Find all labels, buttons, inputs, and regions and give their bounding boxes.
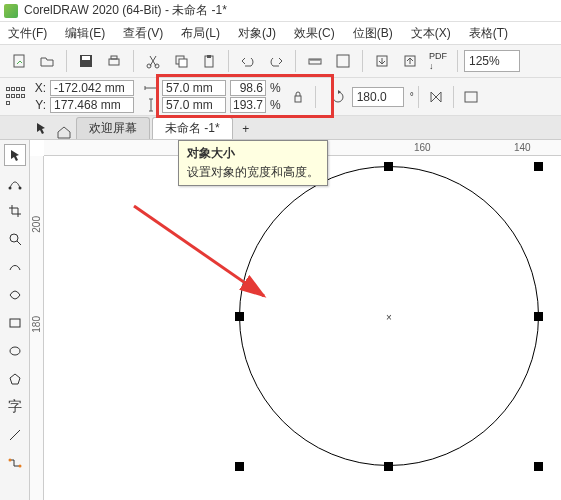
connector-tool[interactable] — [4, 452, 26, 474]
height-field[interactable]: 57.0 mm — [162, 97, 226, 113]
center-marker: × — [386, 312, 392, 323]
height-icon — [144, 98, 158, 112]
ruler-tick: 180 — [31, 316, 42, 333]
scale-block: 98.6% 193.7% — [230, 80, 281, 113]
handle-s[interactable] — [384, 462, 393, 471]
handle-ne[interactable] — [534, 162, 543, 171]
tab-welcome[interactable]: 欢迎屏幕 — [76, 117, 150, 139]
x-field[interactable]: -172.042 mm — [50, 80, 134, 96]
save-button[interactable] — [73, 48, 99, 74]
svg-point-19 — [10, 234, 18, 242]
rectangle-tool[interactable] — [4, 312, 26, 334]
pick-tool[interactable] — [4, 144, 26, 166]
svg-point-23 — [18, 465, 21, 468]
width-icon — [144, 83, 158, 93]
paste-button[interactable] — [196, 48, 222, 74]
scale-h-field[interactable]: 193.7 — [230, 97, 266, 113]
freehand-tool[interactable] — [4, 256, 26, 278]
ruler-tick: 140 — [514, 142, 531, 153]
grid-icon[interactable] — [330, 48, 356, 74]
svg-point-17 — [8, 187, 11, 190]
toolbox: 字 — [0, 140, 30, 500]
wrap-button[interactable] — [458, 84, 484, 110]
handle-sw[interactable] — [235, 462, 244, 471]
ruler-vertical: 200 180 — [30, 156, 44, 500]
tab-add[interactable]: + — [235, 119, 257, 139]
pct-label: % — [270, 81, 281, 95]
new-button[interactable] — [6, 48, 32, 74]
pick-tool-tab[interactable] — [30, 117, 52, 139]
title-bar: CorelDRAW 2020 (64-Bit) - 未命名 -1* — [0, 0, 561, 22]
menu-table[interactable]: 表格(T) — [469, 25, 508, 42]
menu-bitmap[interactable]: 位图(B) — [353, 25, 393, 42]
canvas[interactable]: × — [44, 156, 561, 500]
artistic-media-tool[interactable] — [4, 284, 26, 306]
handle-e[interactable] — [534, 312, 543, 321]
y-label: Y: — [32, 98, 46, 112]
svg-rect-15 — [295, 96, 301, 102]
zoom-field[interactable]: 125% — [464, 50, 520, 72]
menu-layout[interactable]: 布局(L) — [181, 25, 220, 42]
y-field[interactable]: 177.468 mm — [50, 97, 134, 113]
handle-n[interactable] — [384, 162, 393, 171]
standard-toolbar: PDF↓ 125% — [0, 44, 561, 78]
workspace: 字 220 160 140 200 180 × — [0, 140, 561, 500]
tooltip-title: 对象大小 — [187, 145, 319, 162]
rotation-field[interactable]: 180.0 — [352, 87, 404, 107]
menu-edit[interactable]: 编辑(E) — [65, 25, 105, 42]
pct-label: % — [270, 98, 281, 112]
undo-button[interactable] — [235, 48, 261, 74]
menu-file[interactable]: 文件(F) — [8, 25, 47, 42]
menu-text[interactable]: 文本(X) — [411, 25, 451, 42]
ruler-tick: 160 — [414, 142, 431, 153]
crop-tool[interactable] — [4, 200, 26, 222]
window-title: CorelDRAW 2020 (64-Bit) - 未命名 -1* — [24, 2, 227, 19]
menu-object[interactable]: 对象(J) — [238, 25, 276, 42]
scale-w-field[interactable]: 98.6 — [230, 80, 266, 96]
ellipse-tool[interactable] — [4, 340, 26, 362]
polygon-tool[interactable] — [4, 368, 26, 390]
position-block: X:-172.042 mm Y:177.468 mm — [32, 80, 134, 113]
ruler-icon[interactable] — [302, 48, 328, 74]
cut-button[interactable] — [140, 48, 166, 74]
zoom-value: 125% — [469, 54, 500, 68]
svg-rect-2 — [82, 56, 90, 60]
handle-se[interactable] — [534, 462, 543, 471]
export-button[interactable] — [397, 48, 423, 74]
svg-rect-16 — [465, 92, 477, 102]
rotate-icon — [330, 89, 346, 105]
size-block: 57.0 mm 57.0 mm — [144, 80, 226, 113]
zoom-tool[interactable] — [4, 228, 26, 250]
nodes-icon[interactable] — [6, 87, 26, 107]
copy-button[interactable] — [168, 48, 194, 74]
svg-rect-10 — [207, 55, 211, 58]
tab-document[interactable]: 未命名 -1* — [152, 117, 233, 139]
pdf-button[interactable]: PDF↓ — [425, 48, 451, 74]
document-tabs: 欢迎屏幕 未命名 -1* + — [0, 116, 561, 140]
app-icon — [4, 4, 18, 18]
svg-point-22 — [8, 459, 11, 462]
svg-rect-12 — [337, 55, 349, 67]
shape-tool[interactable] — [4, 172, 26, 194]
handle-w[interactable] — [235, 312, 244, 321]
lock-ratio-button[interactable] — [285, 84, 311, 110]
home-icon — [56, 125, 72, 139]
svg-rect-20 — [10, 319, 20, 327]
svg-point-18 — [18, 187, 21, 190]
ruler-tick: 200 — [31, 216, 42, 233]
parallel-dim-tool[interactable] — [4, 424, 26, 446]
svg-rect-4 — [111, 56, 117, 59]
redo-button[interactable] — [263, 48, 289, 74]
print-button[interactable] — [101, 48, 127, 74]
width-field[interactable]: 57.0 mm — [162, 80, 226, 96]
open-button[interactable] — [34, 48, 60, 74]
menu-effects[interactable]: 效果(C) — [294, 25, 335, 42]
svg-point-21 — [10, 347, 20, 355]
mirror-h-button[interactable] — [423, 84, 449, 110]
svg-rect-8 — [179, 59, 187, 67]
x-label: X: — [32, 81, 46, 95]
text-tool[interactable]: 字 — [4, 396, 26, 418]
tooltip-desc: 设置对象的宽度和高度。 — [187, 164, 319, 181]
menu-view[interactable]: 查看(V) — [123, 25, 163, 42]
import-button[interactable] — [369, 48, 395, 74]
